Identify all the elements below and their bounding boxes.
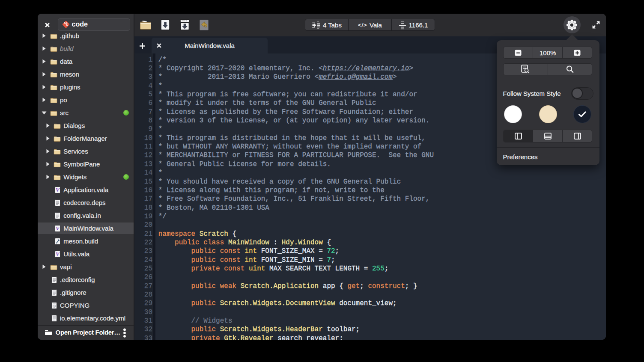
svg-text:V: V: [56, 187, 60, 193]
svg-text:V: V: [56, 225, 60, 231]
svg-text:c: c: [54, 305, 55, 307]
svg-text:V: V: [56, 251, 60, 257]
